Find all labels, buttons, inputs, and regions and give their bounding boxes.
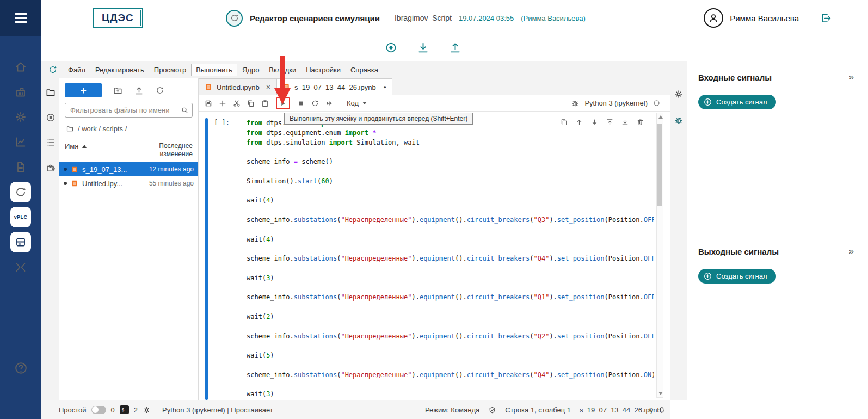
kernel-session-count[interactable]: 0	[111, 406, 115, 414]
sidebar-item-substation[interactable]	[10, 82, 31, 102]
move-cell-up-icon[interactable]	[575, 118, 583, 126]
code-line[interactable]: scheme_info.substations("Нераспределенны…	[247, 215, 654, 225]
duplicate-cell-icon[interactable]	[560, 118, 568, 126]
menu-item[interactable]: Ядро	[237, 64, 264, 76]
insert-cell-below-icon[interactable]	[621, 118, 629, 126]
code-line[interactable]: wait(3)	[247, 274, 654, 284]
unsaved-indicator-icon[interactable]: ●	[384, 84, 386, 90]
extensions-tab-icon[interactable]	[45, 162, 56, 173]
code-line[interactable]: scheme_info.substations("Нераспределенны…	[247, 332, 654, 342]
code-line[interactable]	[247, 167, 654, 177]
close-tab-icon[interactable]: ×	[266, 83, 270, 91]
add-tab-button[interactable]	[392, 78, 409, 95]
terminal-session-count[interactable]: 2	[134, 406, 138, 414]
code-line[interactable]	[247, 303, 654, 312]
upload-files-button[interactable]	[134, 85, 144, 96]
command-mode-label[interactable]: Режим: Команда	[425, 406, 479, 414]
code-line[interactable]: wait(4)	[247, 196, 654, 206]
record-button[interactable]	[384, 41, 398, 54]
column-modified[interactable]: Последнее изменение	[143, 142, 193, 158]
simple-mode-toggle[interactable]	[91, 406, 106, 414]
move-cell-down-icon[interactable]	[590, 118, 599, 126]
code-line[interactable]: scheme_info.substations("Нераспределенны…	[247, 293, 654, 303]
code-line[interactable]: scheme_info.substations("Нераспределенны…	[247, 254, 654, 264]
file-browser-tab-icon[interactable]	[45, 87, 56, 98]
notification-count[interactable]: 0	[649, 406, 653, 414]
code-line[interactable]	[247, 206, 654, 215]
file-row[interactable]: Untitled.ipy...55 minutes ago	[59, 176, 198, 190]
sidebar-item-settings[interactable]	[10, 107, 31, 127]
insert-cell-above-icon[interactable]	[606, 118, 614, 126]
sidebar-item-storage[interactable]	[10, 232, 31, 252]
main-menu-button[interactable]	[0, 0, 41, 36]
running-sessions-tab-icon[interactable]	[45, 112, 56, 123]
file-filter-input[interactable]	[65, 103, 193, 118]
table-of-contents-tab-icon[interactable]	[45, 137, 56, 148]
notebook-tab[interactable]: s_19_07_13_44_26.ipynb●	[276, 78, 392, 95]
status-settings-icon[interactable]	[143, 406, 151, 414]
code-line[interactable]	[247, 244, 654, 254]
code-line[interactable]: from dtps.simulation import Simulation, …	[247, 138, 654, 148]
kernel-status-icon[interactable]	[652, 99, 661, 107]
code-line[interactable]: wait(5)	[247, 351, 654, 361]
create-output-signal-button[interactable]: Создать сигнал	[698, 269, 776, 284]
bell-icon[interactable]	[657, 405, 666, 414]
delete-cell-icon[interactable]	[636, 118, 644, 126]
column-name[interactable]: Имя	[65, 142, 143, 150]
cell-selection-bar[interactable]	[205, 118, 208, 400]
debugger-icon[interactable]	[571, 99, 580, 108]
debugger-tab-icon[interactable]	[674, 115, 684, 125]
file-row[interactable]: s_19_07_13...12 minutes ago	[59, 162, 198, 176]
interrupt-kernel-button[interactable]	[297, 99, 305, 108]
notebook-tab[interactable]: Untitled.ipynb×	[199, 78, 276, 95]
sidebar-item-documents[interactable]	[10, 157, 31, 177]
scroll-up-icon[interactable]	[658, 115, 663, 119]
sidebar-item-home[interactable]	[10, 57, 31, 77]
sidebar-item-help[interactable]	[0, 361, 41, 375]
terminal-icon[interactable]: $_	[120, 405, 129, 414]
download-button[interactable]	[416, 41, 430, 54]
create-input-signal-button[interactable]: Создать сигнал	[698, 95, 776, 109]
save-button[interactable]	[204, 99, 213, 108]
scrollbar-thumb[interactable]	[657, 124, 662, 206]
code-line[interactable]	[247, 225, 654, 235]
restart-run-all-button[interactable]	[325, 99, 334, 108]
code-line[interactable]	[247, 187, 654, 196]
sidebar-item-integration[interactable]	[10, 257, 31, 278]
insert-cell-button[interactable]	[218, 99, 227, 108]
notebook-cell[interactable]: [ ]: from dtps.scheme import schemefrom …	[199, 112, 670, 400]
code-line[interactable]	[247, 380, 654, 390]
kernel-name[interactable]: Python 3 (ipykernel)	[584, 99, 648, 107]
sidebar-item-vplc[interactable]: vPLC	[10, 207, 31, 227]
collapse-output-signals-icon[interactable]: »	[849, 246, 854, 257]
sidebar-item-scenario-editor[interactable]	[10, 182, 31, 202]
sidebar-item-charts[interactable]	[10, 132, 31, 152]
code-line[interactable]	[247, 322, 654, 332]
code-line[interactable]: wait(3)	[247, 390, 654, 399]
code-line[interactable]	[247, 147, 654, 157]
code-line[interactable]: wait(2)	[247, 312, 654, 322]
upload-button[interactable]	[448, 41, 462, 54]
cell-type-dropdown[interactable]: Код	[347, 99, 367, 107]
menu-item[interactable]: Выполнить	[191, 64, 237, 76]
menu-item[interactable]: Справка	[346, 64, 383, 76]
kernel-status-text[interactable]: Python 3 (ipykernel) | Простаивает	[162, 406, 273, 414]
new-launcher-button[interactable]	[65, 83, 102, 97]
menu-item[interactable]: Редактировать	[90, 64, 149, 76]
menu-item[interactable]: Вкладки	[264, 64, 301, 76]
logout-icon[interactable]	[820, 12, 832, 24]
collapse-input-signals-icon[interactable]: »	[849, 72, 854, 83]
code-line[interactable]: Simulation().start(60)	[247, 177, 654, 187]
menu-item[interactable]: Файл	[63, 64, 90, 76]
copy-cell-button[interactable]	[247, 99, 255, 108]
code-line[interactable]: scheme_info.substations("Нераспределенны…	[247, 371, 654, 380]
avatar[interactable]	[704, 8, 723, 28]
new-folder-button[interactable]	[113, 85, 123, 96]
code-line[interactable]	[247, 361, 654, 371]
cut-cell-button[interactable]	[232, 99, 241, 108]
menu-item[interactable]: Настройки	[301, 64, 346, 76]
code-line[interactable]	[247, 341, 654, 351]
menu-item[interactable]: Просмотр	[149, 64, 191, 76]
run-cell-button[interactable]	[279, 99, 287, 108]
breadcrumb[interactable]: / work / scripts /	[59, 122, 198, 138]
